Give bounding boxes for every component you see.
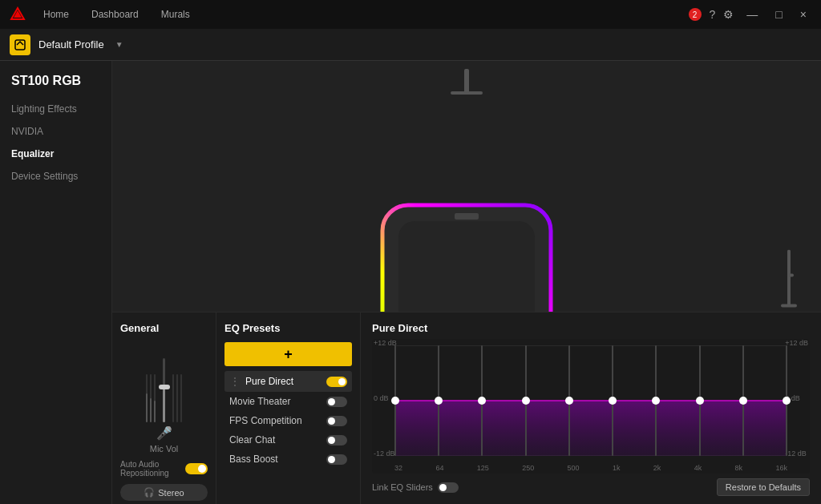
- eq-label-y-top-right: +12 dB: [785, 339, 808, 347]
- eq-track-250[interactable]: [525, 345, 527, 456]
- eq-bottom-bar: Link EQ Sliders Restore to Defaults: [372, 478, 810, 496]
- volume-area: 🎤 Mic Vol: [120, 342, 208, 454]
- preset-name-movie-theater: Movie Theater: [229, 396, 290, 407]
- bottom-panel: General: [112, 312, 821, 504]
- preset-item-bass-boost[interactable]: Bass Boost: [224, 450, 352, 469]
- eq-track-64[interactable]: [438, 345, 439, 456]
- eq-band-8k[interactable]: [742, 345, 744, 456]
- eq-band-250[interactable]: [525, 345, 527, 456]
- eq-freq-125: 125: [477, 464, 489, 472]
- auto-audio-label: Auto Audio Repositioning: [120, 460, 182, 478]
- sidebar-item-equalizer[interactable]: Equalizer: [0, 143, 111, 165]
- eq-track-4k[interactable]: [699, 345, 701, 456]
- eq-band-125[interactable]: [481, 345, 483, 456]
- eq-track-8k[interactable]: [742, 345, 744, 456]
- notification-badge[interactable]: 2: [689, 8, 702, 21]
- eq-band-500[interactable]: [568, 345, 570, 456]
- volume-slider-wrap: [120, 342, 208, 422]
- svg-rect-11: [781, 304, 797, 307]
- svg-rect-3: [464, 69, 469, 93]
- eq-band-32[interactable]: [394, 345, 396, 456]
- eq-labels-x: 32 64 125 250 500 1k 2k 4k 8k 16k: [394, 464, 787, 472]
- general-section: General: [112, 312, 216, 504]
- preset-toggle-movie-theater[interactable]: [326, 397, 347, 407]
- svg-rect-10: [787, 249, 791, 305]
- nav-home[interactable]: Home: [38, 6, 74, 23]
- eq-freq-500: 500: [568, 464, 580, 472]
- corsair-logo: [10, 6, 26, 22]
- preset-item-pure-direct[interactable]: ⋮ Pure Direct: [224, 371, 352, 392]
- sidebar-item-nvidia[interactable]: NVIDIA: [0, 120, 111, 143]
- eq-thumb-2k[interactable]: [652, 397, 660, 405]
- eq-freq-2k: 2k: [653, 464, 661, 472]
- eq-band-16k[interactable]: [786, 345, 787, 456]
- mic-icon: 🎤: [156, 425, 172, 441]
- preset-name-pure-direct: Pure Direct: [245, 376, 293, 387]
- eq-band-64[interactable]: [438, 345, 439, 456]
- preset-item-movie-theater[interactable]: Movie Theater: [224, 392, 352, 411]
- minimize-button[interactable]: —: [742, 6, 762, 22]
- main-content: ST100 RGB Lighting Effects NVIDIA Equali…: [0, 61, 821, 504]
- eq-track-500[interactable]: [568, 345, 570, 456]
- nav-dashboard[interactable]: Dashboard: [87, 6, 144, 23]
- profile-name[interactable]: Default Profile: [38, 38, 104, 50]
- profile-icon: [10, 34, 30, 55]
- preset-toggle-fps-competition[interactable]: [326, 416, 347, 426]
- link-eq-toggle[interactable]: [438, 482, 459, 493]
- eq-thumb-125[interactable]: [478, 397, 486, 405]
- help-icon[interactable]: ?: [710, 8, 716, 21]
- eq-presets-section: EQ Presets + ⋮ Pure Direct Movie Theater: [216, 312, 361, 504]
- add-preset-button[interactable]: +: [224, 342, 352, 366]
- eq-band-1k[interactable]: [612, 345, 613, 456]
- stereo-button[interactable]: 🎧 Stereo: [120, 484, 208, 501]
- mic-label: Mic Vol: [150, 444, 178, 454]
- eq-track-2k[interactable]: [655, 345, 657, 456]
- svg-rect-4: [451, 91, 483, 95]
- eq-band-2k[interactable]: [655, 345, 657, 456]
- chevron-down-icon[interactable]: ▼: [115, 40, 123, 49]
- volume-slider[interactable]: [163, 358, 165, 422]
- eq-freq-64: 64: [435, 464, 443, 472]
- sidebar-item-device-settings[interactable]: Device Settings: [0, 165, 111, 187]
- settings-icon[interactable]: ⚙: [723, 8, 734, 21]
- preset-name-bass-boost: Bass Boost: [229, 454, 278, 465]
- eq-track-1k[interactable]: [612, 345, 613, 456]
- auto-audio-toggle[interactable]: [185, 463, 208, 474]
- sidebar-item-lighting[interactable]: Lighting Effects: [0, 98, 111, 120]
- restore-defaults-button[interactable]: Restore to Defaults: [717, 478, 810, 496]
- eq-sliders-row: [394, 345, 787, 456]
- eq-freq-1k: 1k: [613, 464, 621, 472]
- preset-menu-icon: ⋮: [229, 375, 241, 388]
- preset-name-fps-competition: FPS Competition: [229, 415, 302, 426]
- eq-thumb-4k[interactable]: [696, 397, 704, 405]
- eq-chart-area: +12 dB 0 dB -12 dB +12 dB 0 dB -12 dB: [372, 339, 810, 474]
- eq-thumb-16k[interactable]: [783, 397, 791, 405]
- eq-thumb-64[interactable]: [435, 397, 443, 405]
- stereo-label: Stereo: [158, 488, 184, 498]
- preset-toggle-clear-chat[interactable]: [326, 435, 347, 446]
- eq-thumb-250[interactable]: [522, 397, 530, 405]
- link-eq-label: Link EQ Sliders: [372, 482, 433, 492]
- svg-rect-12: [787, 273, 794, 276]
- preset-item-clear-chat[interactable]: Clear Chat: [224, 430, 352, 450]
- eq-chart-title: Pure Direct: [372, 322, 810, 334]
- eq-thumb-1k[interactable]: [609, 397, 617, 405]
- eq-freq-16k: 16k: [775, 464, 787, 472]
- preset-toggle-bass-boost[interactable]: [326, 454, 347, 465]
- nav-murals[interactable]: Murals: [156, 6, 195, 23]
- eq-thumb-8k[interactable]: [739, 397, 747, 405]
- eq-thumb-500[interactable]: [565, 397, 573, 405]
- eq-track-16k[interactable]: [786, 345, 787, 456]
- eq-freq-32: 32: [394, 464, 402, 472]
- eq-band-4k[interactable]: [699, 345, 701, 456]
- eq-chart-section: Pure Direct +12 dB 0 dB -12 dB +12 dB 0 …: [361, 312, 821, 504]
- preset-name-clear-chat: Clear Chat: [229, 434, 275, 446]
- preset-toggle-pure-direct[interactable]: [326, 377, 347, 387]
- eq-track-125[interactable]: [481, 345, 483, 456]
- preset-item-fps-competition[interactable]: FPS Competition: [224, 411, 352, 430]
- maximize-button[interactable]: □: [770, 6, 787, 22]
- close-button[interactable]: ×: [795, 6, 811, 22]
- general-title: General: [120, 322, 159, 334]
- eq-thumb-32[interactable]: [391, 397, 399, 405]
- eq-track-32[interactable]: [394, 345, 396, 456]
